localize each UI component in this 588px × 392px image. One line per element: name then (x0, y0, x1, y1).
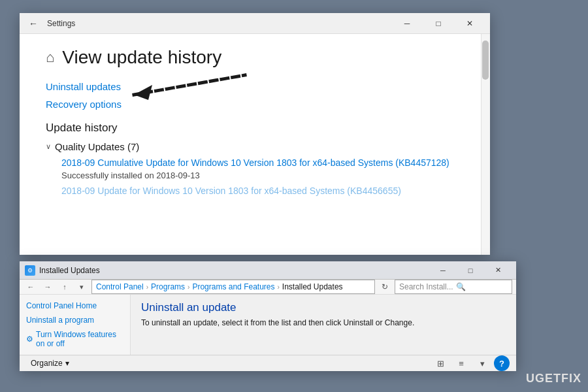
settings-content: ⌂ View update history Uninstall updates … (20, 34, 490, 255)
help-button[interactable]: ? (494, 355, 510, 371)
grid-view-button[interactable]: ⊞ (431, 355, 449, 371)
scrollbar-track[interactable] (481, 34, 490, 255)
organize-arrow-icon: ▾ (65, 359, 69, 368)
inst-window-title: Installed Updates (39, 266, 100, 275)
uninstall-updates-link[interactable]: Uninstall updates (46, 81, 464, 92)
view-icons: ⊞ ≡ ▾ ? (431, 355, 510, 371)
inst-window-controls: ─ □ ✕ (430, 261, 511, 280)
update1-status: Successfully installed on 2018-09-13 (61, 171, 464, 180)
search-icon: 🔍 (456, 282, 466, 291)
view-arrow-button[interactable]: ▾ (473, 355, 491, 371)
update1-link[interactable]: 2018-09 Cumulative Update for Windows 10… (61, 157, 464, 168)
uninstall-program-link[interactable]: Uninstall a program (26, 316, 123, 325)
title-bar-left: ← Settings (25, 17, 75, 30)
inst-main: Uninstall an update To uninstall an upda… (131, 295, 516, 355)
inst-window-icon: ⚙ (25, 265, 35, 276)
update-history-title: Update history (46, 122, 464, 135)
sep1: › (146, 284, 148, 291)
installed-window: ⚙ Installed Updates ─ □ ✕ ← → ↑ ▾ Contro… (20, 261, 516, 369)
quality-updates-label: Quality Updates (7) (55, 141, 139, 152)
close-button[interactable]: ✕ (455, 13, 485, 34)
settings-window: ← Settings ─ □ ✕ ⌂ View update history U… (20, 13, 490, 255)
maximize-button[interactable]: □ (423, 13, 453, 34)
inst-toolbar: ← → ↑ ▾ Control Panel › Programs › Progr… (20, 280, 516, 295)
refresh-button[interactable]: ↻ (378, 280, 392, 294)
recovery-options-link[interactable]: Recovery options (46, 99, 464, 110)
watermark: UGETFIX (526, 372, 581, 385)
gear-icon: ⚙ (26, 335, 33, 344)
breadcrumb-current: Installed Updates (282, 282, 343, 291)
update2-link[interactable]: 2018-09 Update for Windows 10 Version 18… (61, 186, 464, 196)
inst-title-left: ⚙ Installed Updates (25, 265, 100, 276)
breadcrumb-programs[interactable]: Programs (151, 282, 185, 291)
sep2: › (188, 284, 189, 291)
title-bar: ← Settings ─ □ ✕ (20, 13, 490, 34)
page-header: ⌂ View update history (46, 47, 464, 68)
back-button[interactable]: ← (25, 17, 42, 30)
breadcrumb-paf[interactable]: Programs and Features (192, 282, 274, 291)
sep3: › (277, 284, 279, 291)
nav-recent-button[interactable]: ▾ (74, 280, 89, 294)
window-title: Settings (47, 19, 75, 28)
inst-maximize-button[interactable]: □ (457, 261, 483, 280)
inst-sidebar: Control Panel Home Uninstall a program ⚙… (20, 295, 131, 355)
breadcrumb[interactable]: Control Panel › Programs › Programs and … (91, 280, 375, 294)
list-view-button[interactable]: ≡ (452, 355, 470, 371)
nav-up-button[interactable]: ↑ (57, 280, 72, 294)
search-placeholder: Search Install... (399, 282, 453, 291)
inst-minimize-button[interactable]: ─ (430, 261, 456, 280)
nav-back-button[interactable]: ← (24, 280, 38, 294)
breadcrumb-cp[interactable]: Control Panel (96, 282, 144, 291)
inst-title-bar: ⚙ Installed Updates ─ □ ✕ (20, 261, 516, 280)
quality-updates-category[interactable]: ∨ Quality Updates (7) (46, 141, 464, 152)
inst-bottom-bar: Organize ▾ ⊞ ≡ ▾ ? (20, 355, 516, 371)
windows-features-link[interactable]: ⚙ Turn Windows features on or off (26, 330, 123, 348)
window-controls: ─ □ ✕ (392, 13, 485, 34)
page-title: View update history (62, 47, 221, 68)
search-box[interactable]: Search Install... 🔍 (395, 280, 512, 294)
home-icon: ⌂ (46, 49, 54, 66)
organize-button[interactable]: Organize ▾ (26, 357, 74, 370)
inst-body: Control Panel Home Uninstall a program ⚙… (20, 295, 516, 355)
chevron-icon: ∨ (46, 142, 51, 151)
cp-home-link[interactable]: Control Panel Home (26, 301, 123, 310)
minimize-button[interactable]: ─ (392, 13, 422, 34)
nav-forward-button[interactable]: → (41, 280, 55, 294)
scrollbar-thumb[interactable] (482, 41, 489, 80)
inst-main-title: Uninstall an update (141, 301, 506, 314)
inst-close-button[interactable]: ✕ (485, 261, 511, 280)
inst-main-description: To uninstall an update, select it from t… (141, 318, 506, 327)
